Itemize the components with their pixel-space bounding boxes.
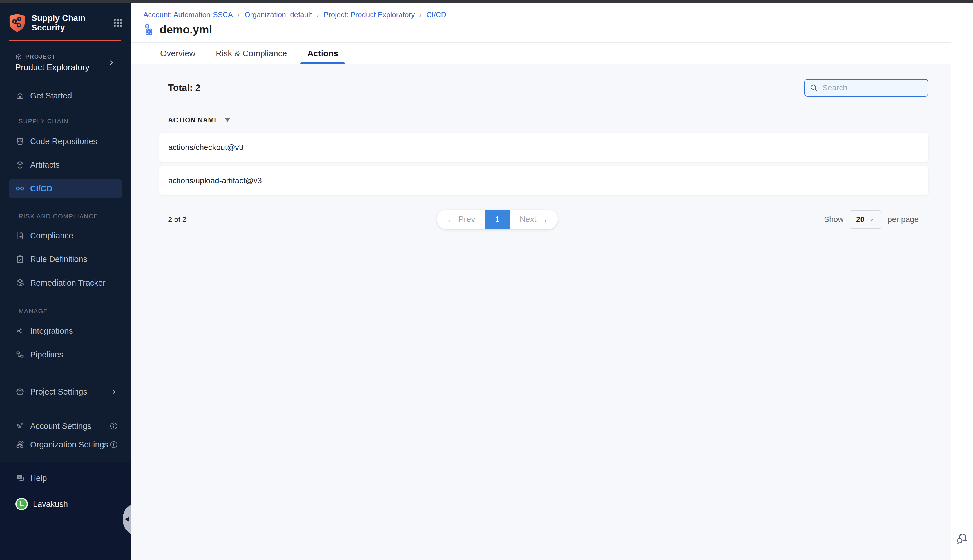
- sidebar-item-label: CI/CD: [30, 184, 52, 193]
- breadcrumb-organization-link[interactable]: Organization: default: [244, 10, 312, 19]
- action-name-cell: actions/upload-artifact@v3: [169, 176, 262, 185]
- section-risk-and-compliance: RISK AND COMPLIANCE: [18, 213, 131, 220]
- sidebar-item-label: Account Settings: [30, 422, 92, 431]
- module-switcher-grid-icon[interactable]: [113, 18, 123, 28]
- sidebar-item-remediation-tracker[interactable]: Remediation Tracker: [9, 273, 122, 292]
- sidebar-item-rule-definitions[interactable]: Rule Definitions: [9, 250, 122, 268]
- infinity-cicd-icon: [15, 184, 25, 193]
- chevron-down-icon: [868, 216, 875, 223]
- info-icon[interactable]: [110, 422, 118, 430]
- info-icon[interactable]: [110, 440, 118, 449]
- app-root: Supply Chain Security PROJECT Product Ex…: [0, 0, 973, 560]
- sidebar-divider: [9, 410, 122, 410]
- column-header-action-name[interactable]: ACTION NAME: [168, 116, 951, 124]
- sidebar-item-compliance[interactable]: Compliance: [9, 226, 122, 245]
- integrations-icon: [15, 327, 25, 335]
- breadcrumb-separator: ›: [317, 10, 319, 19]
- prev-page-button[interactable]: ← Prev: [437, 210, 485, 229]
- page-size-dropdown[interactable]: 20: [849, 210, 881, 228]
- artifact-cube-icon: [15, 160, 25, 169]
- sidebar-item-code-repositories[interactable]: Code Repositories: [9, 132, 122, 150]
- page-header: Account: Automation-SSCA › Organization:…: [131, 3, 951, 43]
- pager: ← Prev 1 Next →: [437, 210, 558, 229]
- table-row[interactable]: actions/upload-artifact@v3: [159, 166, 928, 195]
- sidebar-item-label: Rule Definitions: [30, 255, 87, 264]
- sidebar: Supply Chain Security PROJECT Product Ex…: [0, 3, 131, 560]
- table-row[interactable]: actions/checkout@v3: [159, 133, 928, 162]
- tab-overview[interactable]: Overview: [154, 43, 202, 64]
- brand-accent-divider: [9, 40, 121, 41]
- search-box: [804, 79, 928, 97]
- svg-text:?: ?: [18, 475, 20, 479]
- page-1-button[interactable]: 1: [485, 210, 510, 229]
- clipboard-check-icon: [15, 255, 25, 264]
- sidebar-item-artifacts[interactable]: Artifacts: [9, 156, 122, 174]
- sidebar-item-label: Compliance: [30, 231, 73, 240]
- right-gutter: [951, 3, 973, 560]
- section-manage: MANAGE: [18, 308, 131, 315]
- sidebar-item-label: Integrations: [30, 327, 73, 336]
- compliance-document-icon: [15, 231, 25, 240]
- user-menu[interactable]: L Lavakush: [9, 495, 122, 513]
- pipelines-icon: [15, 350, 25, 359]
- sidebar-item-integrations[interactable]: Integrations: [9, 322, 122, 340]
- chevron-right-icon: [110, 387, 118, 396]
- sidebar-nav: Get Started SUPPLY CHAIN Code Repositori…: [0, 75, 131, 560]
- sidebar-item-cicd[interactable]: CI/CD: [9, 179, 122, 198]
- project-cube-icon: [15, 53, 22, 60]
- sidebar-item-get-started[interactable]: Get Started: [9, 87, 122, 105]
- organization-gear-icon: [15, 440, 25, 449]
- section-supply-chain: SUPPLY CHAIN: [18, 118, 131, 125]
- pipeline-file-icon: [143, 23, 156, 36]
- user-name: Lavakush: [33, 500, 68, 509]
- actions-list: actions/checkout@v3 actions/upload-artif…: [159, 133, 928, 195]
- sidebar-footer: ? Help L Lavakush: [0, 462, 131, 560]
- results-summary: 2 of 2: [168, 215, 186, 224]
- remediation-tracker-icon: [15, 278, 25, 287]
- breadcrumb-separator: ›: [419, 10, 422, 19]
- supply-chain-security-logo-icon: [8, 13, 26, 33]
- sidebar-item-pipelines[interactable]: Pipelines: [9, 345, 122, 364]
- sidebar-item-label: Organization Settings: [30, 440, 108, 449]
- pagination-row: 2 of 2 ← Prev 1 Next → Show 20: [131, 210, 951, 229]
- help-chat-icon: ?: [15, 473, 25, 483]
- tab-bar: Overview Risk & Compliance Actions: [131, 43, 951, 64]
- breadcrumb-account-link[interactable]: Account: Automation-SSCA: [143, 10, 233, 19]
- sidebar-item-project-settings[interactable]: Project Settings: [9, 382, 122, 401]
- code-repository-icon: [15, 137, 25, 146]
- tab-risk-and-compliance[interactable]: Risk & Compliance: [209, 43, 294, 64]
- left-arrow-icon: ←: [447, 215, 455, 224]
- breadcrumb-separator: ›: [237, 10, 240, 19]
- project-selector-value: Product Exploratory: [15, 62, 108, 72]
- tab-actions[interactable]: Actions: [300, 43, 345, 64]
- total-count-label: Total: 2: [168, 82, 200, 93]
- actions-tab-content: Total: 2 ACTION NAME actions/checkout@v3…: [131, 79, 951, 560]
- sidebar-item-label: Remediation Tracker: [30, 278, 105, 288]
- chevron-right-icon: [108, 59, 115, 67]
- sidebar-item-organization-settings[interactable]: Organization Settings: [9, 435, 122, 454]
- main-area: Account: Automation-SSCA › Organization:…: [131, 3, 951, 560]
- sidebar-item-label: Pipelines: [30, 350, 63, 359]
- collapse-left-arrow-icon: [125, 517, 129, 522]
- next-page-button[interactable]: Next →: [510, 210, 558, 229]
- page-size-control: Show 20 per page: [824, 210, 919, 228]
- sort-descending-icon: [225, 118, 230, 122]
- support-chat-icon[interactable]: [955, 532, 969, 545]
- search-input[interactable]: [804, 79, 928, 97]
- breadcrumb: Account: Automation-SSCA › Organization:…: [143, 10, 951, 19]
- project-selector[interactable]: PROJECT Product Exploratory: [9, 50, 121, 75]
- show-label: Show: [824, 215, 843, 224]
- sidebar-item-label: Artifacts: [30, 160, 60, 170]
- action-name-cell: actions/checkout@v3: [169, 143, 244, 152]
- help-button[interactable]: ? Help: [9, 469, 122, 487]
- sidebar-item-label: Project Settings: [30, 387, 87, 397]
- project-selector-label: PROJECT: [25, 53, 56, 60]
- help-label: Help: [30, 473, 47, 483]
- breadcrumb-project-link[interactable]: Project: Product Exploratory: [324, 10, 415, 19]
- sidebar-item-account-settings[interactable]: Account Settings: [9, 417, 122, 435]
- brand-title: Supply Chain Security: [32, 13, 111, 32]
- user-avatar: L: [15, 498, 28, 510]
- breadcrumb-cicd-link[interactable]: CI/CD: [427, 10, 447, 19]
- gear-icon: [15, 387, 25, 396]
- per-page-label: per page: [888, 215, 919, 224]
